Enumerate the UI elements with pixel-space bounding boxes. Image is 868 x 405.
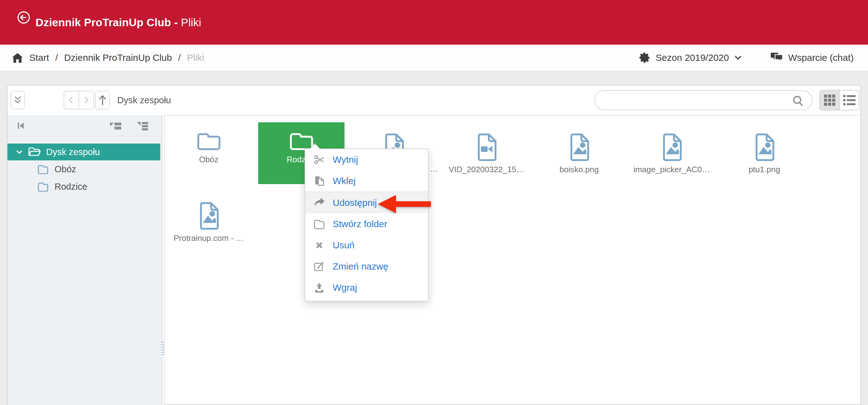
app-header: Dziennik ProTrainUp Club - Pliki bbox=[0, 0, 868, 45]
image-file-icon bbox=[628, 133, 715, 161]
support-chat-link[interactable]: Wsparcie (chat) bbox=[770, 52, 854, 63]
tree-item-dysk-zespolu[interactable]: Dysk zespołu bbox=[7, 144, 160, 161]
rename-icon bbox=[313, 261, 325, 272]
tree-item-label: Dysk zespołu bbox=[46, 147, 100, 157]
tree-item-label: Rodzice bbox=[55, 182, 87, 192]
context-menu-label: Wklej bbox=[333, 176, 355, 186]
file-item-oboz[interactable]: Obóz bbox=[165, 122, 252, 184]
image-file-icon bbox=[536, 133, 622, 161]
search-box bbox=[594, 90, 812, 110]
sidebar-header bbox=[7, 115, 162, 136]
share-icon bbox=[313, 197, 325, 209]
collapse-sidebar-icon[interactable] bbox=[16, 120, 27, 132]
page-title-bold: Dziennik ProTrainUp Club - bbox=[35, 16, 178, 29]
season-switcher[interactable]: Sezon 2019/2020 bbox=[640, 52, 742, 63]
new-folder-icon bbox=[313, 218, 325, 230]
breadcrumb: Start / Dziennik ProTrainUp Club / Pliki bbox=[12, 45, 204, 71]
toolbar-collapse-button[interactable] bbox=[10, 91, 25, 110]
arrow-up-icon bbox=[97, 94, 108, 107]
chevron-left-icon bbox=[66, 95, 77, 106]
context-menu: Wytnij Wklej Udostępnij bbox=[305, 148, 429, 301]
context-menu-label: Stwórz folder bbox=[333, 219, 387, 229]
tree-collapse-all-icon[interactable] bbox=[109, 121, 123, 132]
tree-chevron-down-icon[interactable] bbox=[15, 148, 24, 155]
page-title-light: Pliki bbox=[181, 16, 201, 29]
back-arrow-icon bbox=[17, 10, 31, 24]
red-annotation-arrow bbox=[377, 194, 432, 214]
chevron-down-icon bbox=[734, 55, 742, 61]
context-menu-item-upload[interactable]: Wgraj bbox=[305, 277, 428, 298]
context-menu-item-paste[interactable]: Wklej bbox=[305, 170, 428, 192]
file-item-vid[interactable]: VID_20200322_15… bbox=[443, 122, 530, 184]
folder-icon bbox=[258, 131, 344, 151]
context-menu-item-delete[interactable]: Usuń bbox=[305, 235, 428, 256]
file-item-label: Protrainup.com - … bbox=[165, 233, 252, 243]
file-item-boisko[interactable]: boisko.png bbox=[536, 122, 622, 184]
fm-toolbar: Dysk zespołu bbox=[7, 86, 861, 116]
paste-icon bbox=[313, 175, 325, 187]
up-directory-button[interactable] bbox=[95, 91, 110, 110]
image-file-icon bbox=[165, 202, 252, 230]
page-title: Dziennik ProTrainUp Club - Pliki bbox=[35, 0, 202, 45]
context-menu-label: Udostępnij bbox=[333, 198, 377, 208]
resize-grip-icon[interactable] bbox=[161, 342, 164, 357]
support-label: Wsparcie (chat) bbox=[788, 52, 854, 63]
image-file-icon bbox=[721, 133, 807, 161]
tree-item-label: Obóz bbox=[55, 164, 76, 174]
tree-item-rodzice[interactable]: Rodzice bbox=[7, 178, 162, 195]
file-item-ptu1[interactable]: ptu1.png bbox=[721, 122, 807, 184]
upload-icon bbox=[313, 282, 325, 294]
file-item-label: VID_20200322_15… bbox=[443, 165, 530, 174]
breadcrumb-separator: / bbox=[178, 52, 181, 63]
history-nav-group bbox=[64, 91, 94, 110]
sidebar-resize-handle[interactable] bbox=[162, 115, 165, 405]
back-button[interactable] bbox=[17, 10, 31, 24]
delete-icon bbox=[313, 239, 325, 251]
context-menu-label: Wgraj bbox=[333, 282, 357, 293]
folder-icon bbox=[165, 131, 252, 151]
home-icon[interactable] bbox=[12, 53, 23, 63]
tree-item-oboz[interactable]: Obóz bbox=[7, 161, 162, 178]
forward-history-button[interactable] bbox=[79, 91, 94, 109]
grid-view-icon bbox=[824, 94, 836, 107]
search-input[interactable] bbox=[603, 92, 789, 108]
list-view-icon bbox=[842, 94, 856, 107]
chevron-right-icon bbox=[81, 95, 91, 106]
context-menu-item-rename[interactable]: Zmień nazwę bbox=[305, 256, 428, 277]
file-item-image-picker[interactable]: image_picker_AC0… bbox=[628, 122, 715, 184]
file-item-label: boisko.png bbox=[536, 165, 622, 174]
hidden-file-label-fragment: … bbox=[430, 164, 438, 174]
back-history-button[interactable] bbox=[64, 91, 79, 109]
breadcrumb-separator: / bbox=[55, 52, 58, 63]
chat-icon bbox=[770, 52, 783, 63]
tree-expand-all-icon[interactable] bbox=[135, 121, 149, 132]
context-menu-label: Zmień nazwę bbox=[333, 261, 388, 272]
current-folder-label: Dysk zespołu bbox=[117, 86, 171, 115]
context-menu-item-new-folder[interactable]: Stwórz folder bbox=[305, 213, 428, 235]
breadcrumb-item-club[interactable]: Dziennik ProTrainUp Club bbox=[64, 52, 172, 63]
folder-open-icon bbox=[28, 147, 41, 157]
double-chevron-down-icon bbox=[12, 94, 24, 106]
context-menu-label: Usuń bbox=[333, 240, 354, 251]
search-icon[interactable] bbox=[792, 95, 804, 107]
folder-icon bbox=[37, 164, 49, 174]
list-view-button[interactable] bbox=[839, 90, 859, 110]
view-toggle-group bbox=[819, 90, 859, 111]
grid-view-button[interactable] bbox=[820, 90, 839, 110]
topbar-right: Sezon 2019/2020 Wsparcie (chat) bbox=[640, 45, 854, 71]
breadcrumb-item-current: Pliki bbox=[187, 52, 204, 63]
file-item-protrainup[interactable]: Protrainup.com - … bbox=[165, 191, 252, 253]
file-item-label: image_picker_AC0… bbox=[628, 165, 715, 174]
gear-icon bbox=[640, 52, 651, 63]
breadcrumb-bar: Start / Dziennik ProTrainUp Club / Pliki… bbox=[0, 45, 868, 71]
file-item-label: ptu1.png bbox=[721, 165, 807, 174]
breadcrumb-item-start[interactable]: Start bbox=[29, 52, 49, 63]
page: Dziennik ProTrainUp Club - Pliki Start /… bbox=[0, 0, 868, 405]
file-item-label: Obóz bbox=[165, 155, 252, 165]
folder-tree: Dysk zespołu Obóz bbox=[7, 144, 162, 195]
scissors-icon bbox=[313, 154, 325, 166]
context-menu-label: Wytnij bbox=[333, 154, 358, 165]
sidebar: Dysk zespołu Obóz bbox=[7, 115, 162, 405]
folder-icon bbox=[37, 182, 49, 192]
context-menu-item-cut[interactable]: Wytnij bbox=[305, 149, 428, 170]
